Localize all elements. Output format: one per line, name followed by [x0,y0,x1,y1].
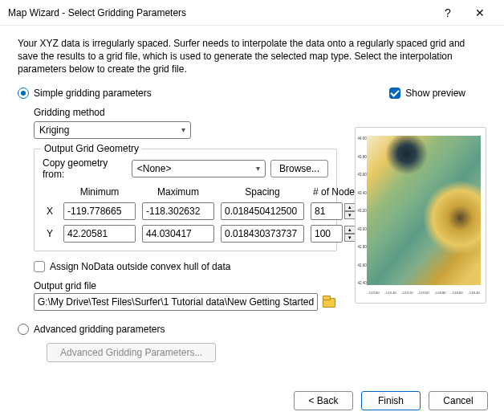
folder-open-icon[interactable] [321,295,337,309]
gridding-method-select[interactable]: Kriging ▾ [34,121,191,139]
close-button[interactable]: ✕ [464,6,496,19]
simple-gridding-radio[interactable] [18,88,29,99]
y-nodes-input[interactable]: 100 [311,225,343,243]
output-grid-geometry-group: Output Grid Geometry Copy geometry from:… [34,149,337,251]
intro-text: Your XYZ data is irregularly spaced. Sur… [18,37,486,76]
x-nodes-input[interactable]: 81 [311,202,343,220]
preview-x-axis: -119.60-119.40-119.20-119.00-118.80-118.… [367,290,481,298]
x-max-input[interactable]: -118.302632 [142,202,214,220]
y-max-input[interactable]: 44.030417 [142,225,214,243]
simple-gridding-label: Simple gridding parameters [34,88,152,99]
x-nodes-spin-up[interactable]: ▴ [344,203,356,211]
assign-nodata-checkbox[interactable] [34,261,45,272]
preview-y-axis: 44.0043.8043.6043.4043.2043.0042.8042.60… [357,136,365,285]
x-min-input[interactable]: -119.778665 [63,202,136,220]
geometry-table: Minimum Maximum Spacing # of Nodes X -11… [43,186,328,243]
advanced-gridding-radio[interactable] [18,324,29,335]
chevron-down-icon: ▾ [256,164,260,173]
col-minimum: Minimum [63,186,136,198]
window-title: Map Wizard - Select Gridding Parameters [8,7,432,18]
copy-geometry-label: Copy geometry from: [43,157,127,180]
advanced-gridding-label: Advanced gridding parameters [34,324,165,335]
col-spacing: Spacing [221,186,304,198]
x-spacing-input[interactable]: 0.018450412500 [221,202,304,220]
preview-panel: 44.0043.8043.6043.4043.2043.0042.8042.60… [355,127,486,304]
y-min-input[interactable]: 42.20581 [63,225,136,243]
chevron-down-icon: ▾ [181,125,185,134]
finish-button[interactable]: Finish [361,391,421,410]
copy-geometry-select[interactable]: <None> ▾ [132,160,266,177]
back-button[interactable]: < Back [294,391,353,410]
browse-button[interactable]: Browse... [270,160,328,177]
cancel-button[interactable]: Cancel [429,391,488,410]
copy-geometry-value: <None> [137,163,172,174]
title-bar: Map Wizard - Select Gridding Parameters … [0,0,504,26]
col-maximum: Maximum [142,186,214,198]
show-preview-checkbox[interactable] [389,88,400,99]
help-button[interactable]: ? [432,6,464,19]
dialog-footer: < Back Finish Cancel [0,381,504,420]
output-grid-file-input[interactable]: G:\My Drive\Test Files\Surfer\1 Tutorial… [34,293,318,311]
gridding-method-value: Kriging [39,124,69,136]
row-x-label: X [43,206,57,217]
geometry-legend: Output Grid Geometry [41,143,142,154]
gridding-method-label: Gridding method [34,107,337,118]
assign-nodata-label: Assign NoData outside convex hull of dat… [50,261,230,272]
x-nodes-spin-down[interactable]: ▾ [344,211,356,219]
show-preview-label: Show preview [405,88,465,99]
output-grid-file-label: Output grid file [34,280,337,292]
y-spacing-input[interactable]: 0.018430373737 [221,225,304,243]
y-nodes-spin-up[interactable]: ▴ [344,226,356,234]
row-y-label: Y [43,228,57,239]
advanced-gridding-button[interactable]: Advanced Gridding Parameters... [47,343,216,362]
y-nodes-spin-down[interactable]: ▾ [344,234,356,242]
preview-image [367,136,481,285]
